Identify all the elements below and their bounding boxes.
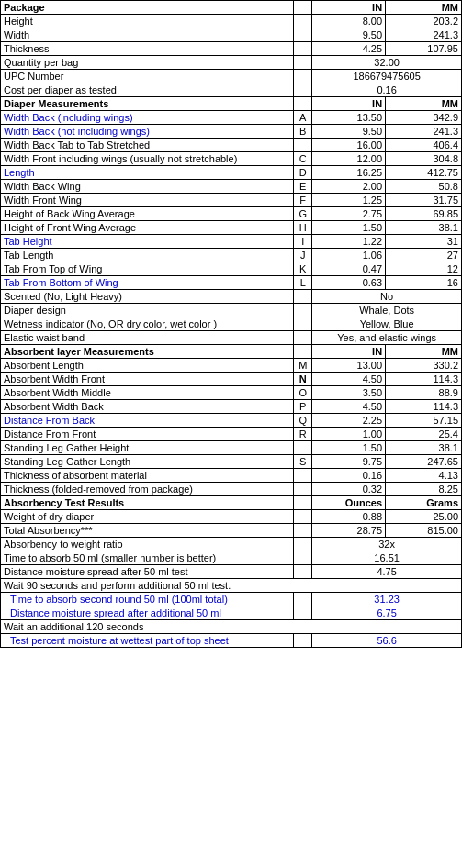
row-mm-value: 241.3 (386, 28, 462, 42)
row-mm-value: 38.1 (386, 221, 462, 235)
row-mm-value: 203.2 (386, 15, 462, 28)
row-letter: P (294, 400, 312, 414)
row-in-value: 0.63 (312, 276, 386, 290)
row-letter: H (294, 221, 312, 235)
section-header-mm: Grams (386, 496, 462, 510)
row-mm-value: 114.3 (386, 373, 462, 386)
row-letter: F (294, 194, 312, 207)
row-in-value: 9.50 (312, 28, 386, 42)
row-in-value: 2.75 (312, 207, 386, 221)
row-mm-value: 27 (386, 249, 462, 262)
row-letter (294, 56, 312, 70)
row-letter: Q (294, 414, 312, 428)
row-mm-value: 25.4 (386, 428, 462, 441)
row-label: Height (1, 15, 294, 28)
row-mm-value: 31 (386, 235, 462, 249)
section-header-letter (294, 1, 312, 15)
row-letter: R (294, 428, 312, 441)
row-label: Cost per diaper as tested. (1, 83, 294, 97)
row-value-span: Whale, Dots (312, 304, 462, 317)
row-label: Width Back (including wings) (1, 111, 294, 125)
row-letter (294, 634, 312, 648)
row-in-value: 1.50 (312, 221, 386, 235)
row-in-value: 4.50 (312, 373, 386, 386)
row-mm-value: 88.9 (386, 386, 462, 400)
row-label: Width Back Tab to Tab Stretched (1, 139, 294, 152)
row-in-value: 16.25 (312, 166, 386, 180)
row-mm-value: 107.95 (386, 42, 462, 56)
row-letter: N (294, 373, 312, 386)
row-value-span: No (312, 290, 462, 304)
row-value-span: 32x (312, 538, 462, 551)
row-label: Width Back Wing (1, 180, 294, 194)
row-letter (294, 538, 312, 551)
row-label: Thickness of absorbent material (1, 469, 294, 483)
row-in-value: 13.50 (312, 111, 386, 125)
row-label: Weight of dry diaper (1, 510, 294, 524)
row-in-value: 2.25 (312, 414, 386, 428)
row-label: Width (1, 28, 294, 42)
row-label: Absorbent Width Back (1, 400, 294, 414)
row-label: Thickness (folded-removed from package) (1, 483, 294, 496)
row-in-value: 3.50 (312, 386, 386, 400)
section-header-label: Absorbency Test Results (1, 496, 294, 510)
row-mm-value: 412.75 (386, 166, 462, 180)
row-value-span: 32.00 (312, 56, 462, 70)
row-letter: E (294, 180, 312, 194)
row-in-value: 1.00 (312, 428, 386, 441)
row-value-span: 186679475605 (312, 70, 462, 83)
row-in-value: 1.25 (312, 194, 386, 207)
row-label: Distance From Front (1, 428, 294, 441)
note-row-label: Wait 90 seconds and perform additional 5… (1, 579, 462, 593)
row-label: Diaper design (1, 304, 294, 317)
row-label: Time to absorb 50 ml (smaller number is … (1, 551, 294, 565)
row-letter: G (294, 207, 312, 221)
row-letter (294, 28, 312, 42)
row-in-value: 1.22 (312, 235, 386, 249)
section-header-mm: MM (386, 345, 462, 359)
row-label: Height of Front Wing Average (1, 221, 294, 235)
row-in-value: 9.75 (312, 455, 386, 469)
row-label: UPC Number (1, 70, 294, 83)
row-label: Tab Length (1, 249, 294, 262)
row-mm-value: 330.2 (386, 359, 462, 373)
row-mm-value: 4.13 (386, 469, 462, 483)
row-letter (294, 331, 312, 345)
row-letter (294, 606, 312, 620)
section-header-label: Package (1, 1, 294, 15)
section-header-mm: MM (386, 97, 462, 111)
section-header-mm: MM (386, 1, 462, 15)
note-row-label: Wait an additional 120 seconds (1, 620, 462, 634)
row-in-value: 16.00 (312, 139, 386, 152)
row-in-value: 13.00 (312, 359, 386, 373)
row-mm-value: 12 (386, 262, 462, 276)
row-in-value: 1.50 (312, 441, 386, 455)
row-label: Wetness indicator (No, OR dry color, wet… (1, 317, 294, 331)
section-header-letter (294, 345, 312, 359)
section-header-label: Absorbent layer Measurements (1, 345, 294, 359)
row-label: Distance moisture spread after additiona… (1, 606, 294, 620)
row-in-value: 4.25 (312, 42, 386, 56)
row-letter (294, 15, 312, 28)
row-letter (294, 441, 312, 455)
row-letter (294, 139, 312, 152)
row-label: Absorbent Width Front (1, 373, 294, 386)
row-letter (294, 551, 312, 565)
row-label: Width Front Wing (1, 194, 294, 207)
row-letter (294, 565, 312, 579)
row-label: Total Absorbency*** (1, 524, 294, 538)
row-label: Width Back (not including wings) (1, 125, 294, 139)
section-header-in: Ounces (312, 496, 386, 510)
row-label: Standing Leg Gather Height (1, 441, 294, 455)
row-letter: J (294, 249, 312, 262)
row-letter: K (294, 262, 312, 276)
section-header-label: Diaper Measurements (1, 97, 294, 111)
row-value-span: 56.6 (312, 634, 462, 648)
row-label: Distance From Back (1, 414, 294, 428)
row-mm-value: 25.00 (386, 510, 462, 524)
row-letter (294, 469, 312, 483)
row-label: Test percent moisture at wettest part of… (1, 634, 294, 648)
row-mm-value: 342.9 (386, 111, 462, 125)
row-letter (294, 593, 312, 606)
row-mm-value: 304.8 (386, 152, 462, 166)
